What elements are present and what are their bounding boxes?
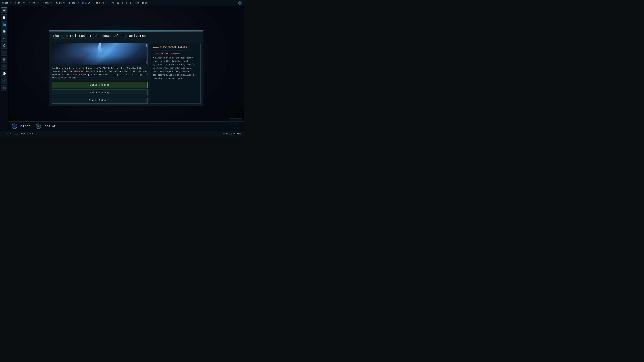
speed-btn-1[interactable]: › — [7, 133, 8, 135]
energy-delta: +33 — [36, 2, 38, 4]
population-value: 69K — [5, 2, 8, 4]
notification-dot — [238, 1, 242, 5]
sidebar-btn-factions[interactable]: ✳ — [1, 78, 7, 84]
action-select[interactable]: ✕ Select — [12, 123, 30, 129]
weapon-colon: : — [179, 52, 180, 55]
hud-item-food: ♥ 37K +38 — [14, 1, 25, 4]
event-description: Leading scientists across all conceivabl… — [52, 67, 148, 80]
trade-value: 948K — [99, 2, 104, 4]
settings-icon[interactable]: ⚙ — [223, 132, 224, 135]
action-bar: ✕ Select L3 Look At — [8, 121, 244, 131]
faction-colon: : — [187, 45, 189, 48]
energy-value: 36K — [32, 2, 35, 4]
hud-item-research: 🔬 34K +7 — [55, 1, 65, 4]
modal-title-underline — [53, 38, 103, 39]
sidebar-btn-contacts[interactable]: 💬 — [1, 71, 7, 77]
hud-item-energy: ⚡ 36K +33 — [28, 1, 38, 4]
wars-value: 2 — [122, 2, 123, 4]
hud-item-planets: 15 — [117, 2, 119, 4]
hud-item-ships: 2/9 — [136, 2, 139, 4]
x-button-icon: ✕ — [12, 123, 17, 129]
visibility-value: 19/168 — [142, 2, 148, 4]
weapon-description: A directed feed of thermic energy superh… — [153, 56, 198, 80]
sidebar-btn-military[interactable]: ⚔ — [1, 50, 7, 56]
influence-value: 1.1K — [86, 2, 90, 4]
hud-item-population: 👤 69K -9 — [1, 1, 11, 4]
planet-killer-link[interactable]: Planet-Killer — [74, 70, 90, 73]
weapon-title-text: Planet-Killer Weapon — [153, 52, 179, 55]
sidebar-btn-empire[interactable]: 👥 — [1, 21, 7, 27]
hud-item-influence: 🌀 1.1K +4 — [82, 1, 92, 4]
planets-value: 15 — [117, 2, 119, 4]
hud-item-federations: 1 — [126, 2, 127, 4]
map-icon[interactable]: 🗺 — [226, 133, 228, 135]
sidebar-btn-close[interactable]: ✖ — [1, 64, 7, 70]
federations-value: 1 — [126, 2, 127, 4]
unity-value: 245K — [72, 2, 76, 4]
sidebar-btn-civics[interactable]: 🏛 — [1, 57, 7, 63]
speed-btn-3[interactable]: › — [10, 133, 11, 135]
overlay-icon[interactable]: ⬡ — [230, 132, 232, 135]
speed-controls: › › › — [7, 133, 11, 135]
modal-header: The Gun Pointed at the Head of the Unive… — [49, 32, 203, 40]
bottom-icons: ⊙ ⚠ — [14, 132, 18, 135]
choices-list: World Cracker Neutron Sweep Divine Enfor… — [52, 82, 148, 104]
play-button[interactable]: ▶ — [3, 132, 4, 135]
event-modal: The Gun Pointed at the Head of the Unive… — [49, 30, 204, 107]
modal-overlay: The Gun Pointed at the Head of the Unive… — [8, 6, 244, 131]
speed-btn-2[interactable]: › — [8, 133, 10, 135]
modal-body: Leading scientists across all conceivabl… — [49, 40, 203, 106]
sidebar-btn-technology[interactable]: 🔬 — [1, 42, 7, 49]
bottom-right-controls: ⚙ 🗺 ⬡ Dethlar — [223, 132, 242, 135]
bottom-left-controls: ▶ › › › ⊙ ⚠ 2205.09.02 — [3, 132, 33, 135]
minerals-value: 35K — [45, 2, 48, 4]
alert-icon[interactable]: ⚠ — [16, 132, 18, 135]
trade-icon: 📦 — [96, 1, 98, 4]
info-divider — [153, 50, 198, 50]
hud-item-unity: 💠 245K +2 — [68, 1, 79, 4]
l3-button-icon: L3 — [36, 123, 41, 129]
stability-value: +74 — [110, 2, 114, 4]
population-delta: -9 — [9, 2, 11, 4]
sidebar-btn-notifications[interactable]: 📋 — [1, 14, 7, 20]
hud-item-visibility: 19/168 — [142, 2, 148, 4]
influence-icon: 🌀 — [82, 1, 85, 4]
top-hud: 👤 69K -9 ♥ 37K +38 ⚡ 36K +33 ⚙ 35K +10 🔬… — [0, 0, 244, 6]
minerals-delta: +10 — [49, 2, 52, 4]
corner-tr — [144, 44, 147, 46]
sidebar-btn-planets[interactable]: 🌍 — [1, 28, 7, 34]
research-icon: 🔬 — [55, 1, 58, 4]
hud-item-stability: +74 — [110, 2, 114, 4]
hud-item-systems: 24 — [130, 2, 132, 4]
choice-neutron-sweep[interactable]: Neutron Sweep — [52, 89, 148, 96]
sidebar-btn-galaxy[interactable]: 🌌 — [1, 7, 7, 13]
population-icon: 👤 — [1, 1, 4, 4]
game-date: 2205.09.02 — [21, 133, 33, 135]
event-image — [52, 43, 148, 65]
sidebar-btn-ships[interactable]: ⚙ — [1, 35, 7, 41]
hud-item-trade: 📦 948K +14 — [96, 1, 107, 4]
bottom-bar: ▶ › › › ⊙ ⚠ 2205.09.02 ⚙ 🗺 ⬡ Dethlar — [0, 131, 244, 137]
research-value: 34K — [59, 2, 62, 4]
influence-delta: +4 — [90, 2, 92, 4]
left-sidebar: 🌌 📋 👥 🌍 ⚙ 🔬 ⚔ 🏛 ✖ 💬 ✳ 🗺 — [0, 6, 8, 131]
hud-item-minerals: ⚙ 35K +10 — [42, 1, 52, 4]
look-at-label: Look At — [42, 124, 56, 128]
unity-icon: 💠 — [68, 1, 71, 4]
research-delta: +7 — [63, 2, 65, 4]
food-icon: ♥ — [14, 1, 17, 4]
galaxy-nav-icon[interactable]: ⊙ — [14, 132, 15, 135]
modal-top-bar — [49, 31, 203, 32]
energy-icon: ⚡ — [28, 1, 31, 4]
weapon-title: Planet-Killer Weapon: — [153, 52, 198, 55]
modal-title: The Gun Pointed at the Head of the Unive… — [53, 34, 200, 38]
choice-world-cracker[interactable]: World Cracker — [52, 82, 148, 88]
sidebar-btn-map[interactable]: 🗺 — [1, 85, 7, 91]
systems-value: 24 — [130, 2, 132, 4]
empire-name: Dethlar — [233, 133, 242, 135]
food-delta: +38 — [22, 2, 25, 4]
ships-value: 2/9 — [136, 2, 139, 4]
action-look-at[interactable]: L3 Look At — [36, 123, 56, 129]
unity-delta: +2 — [77, 2, 79, 4]
choice-divine-enforcer[interactable]: Divine Enforcer — [52, 97, 148, 104]
